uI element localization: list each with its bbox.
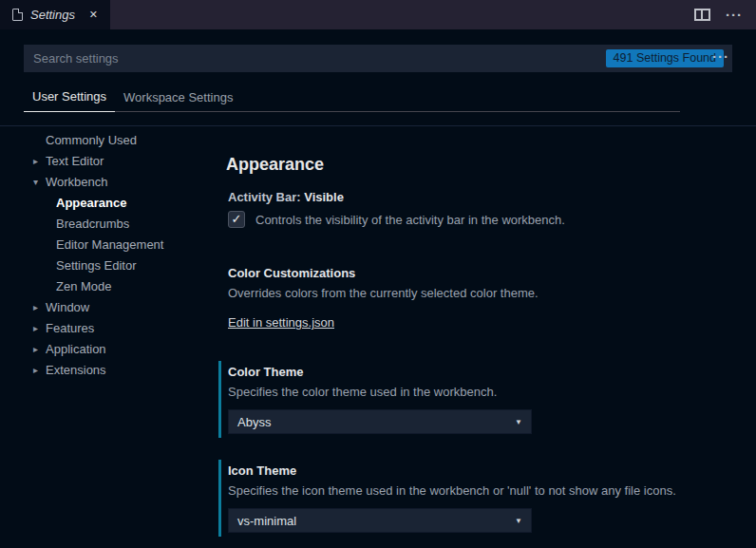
toc-item-extensions[interactable]: ▸ Extensions — [0, 360, 218, 381]
toc-item-application[interactable]: ▸ Application — [0, 339, 218, 360]
editor-actions: ··· — [694, 0, 756, 29]
setting-title: Color Theme — [228, 364, 737, 380]
icon-theme-select[interactable]: vs-minimal ▼ — [228, 508, 532, 533]
setting-description: Controls the visibility of the activity … — [255, 212, 565, 228]
checkbox-checked[interactable]: ✓ — [228, 211, 245, 228]
chevron-right-icon: ▸ — [33, 151, 45, 172]
setting-description: Specifies the color theme used in the wo… — [228, 384, 737, 400]
toc-item-zen-mode[interactable]: Zen Mode — [0, 276, 218, 297]
close-icon[interactable]: ✕ — [86, 7, 101, 23]
editor-tab-bar: Settings ✕ ··· — [0, 0, 756, 29]
chevron-right-icon: ▸ — [33, 360, 45, 381]
more-actions-icon[interactable]: ··· — [726, 10, 743, 20]
checkbox-row: ✓ Controls the visibility of the activit… — [228, 211, 737, 228]
setting-color-theme: Color Theme Specifies the color theme us… — [218, 361, 737, 438]
vscode-settings-window: Settings ✕ ··· 491 Settings Found User S… — [0, 0, 756, 548]
toc-item-features[interactable]: ▸ Features — [0, 318, 218, 339]
setting-title: Activity Bar: Visible — [228, 189, 737, 205]
setting-description: Specifies the icon theme used in the wor… — [228, 482, 737, 499]
setting-activity-bar-visible: Activity Bar: Visible ✓ Controls the vis… — [218, 189, 737, 228]
color-theme-select[interactable]: Abyss ▼ — [228, 409, 532, 434]
select-value: vs-minimal — [237, 514, 296, 528]
toc-item-text-editor[interactable]: ▸ Text Editor — [0, 151, 218, 172]
toc-item-workbench[interactable]: ▾ Workbench — [0, 172, 218, 193]
toc-item-commonly-used[interactable]: Commonly Used — [0, 130, 218, 151]
setting-color-customizations: Color Customizations Overrides colors fr… — [218, 265, 737, 331]
edit-in-settings-json-link[interactable]: Edit in settings.json — [228, 314, 334, 331]
settings-scope-tabs: User Settings Workspace Settings — [24, 84, 680, 112]
tab-user-settings[interactable]: User Settings — [24, 84, 115, 112]
setting-icon-theme: Icon Theme Specifies the icon theme used… — [218, 460, 737, 537]
dropdown-arrow-icon: ▼ — [515, 517, 522, 525]
toc-item-settings-editor[interactable]: Settings Editor — [0, 255, 218, 276]
tab-settings[interactable]: Settings ✕ — [0, 0, 110, 29]
settings-header: 491 Settings Found User Settings Workspa… — [0, 29, 756, 126]
results-count-badge: 491 Settings Found — [606, 49, 724, 67]
chevron-down-icon: ▾ — [33, 172, 45, 193]
search-row: 491 Settings Found — [24, 45, 732, 72]
settings-more-actions-icon[interactable]: ··· — [712, 52, 729, 62]
toc-item-editor-management[interactable]: Editor Management — [0, 235, 218, 255]
chevron-right-icon: ▸ — [33, 318, 45, 339]
chevron-right-icon: ▸ — [33, 339, 45, 360]
setting-title: Icon Theme — [228, 463, 737, 479]
tab-label: Settings — [30, 8, 86, 22]
settings-list: Appearance Activity Bar: Visible ✓ Contr… — [218, 126, 756, 548]
page-title: Appearance — [226, 154, 737, 175]
setting-category: Activity Bar: — [228, 190, 301, 204]
setting-title: Color Customizations — [228, 265, 737, 281]
file-icon — [12, 9, 23, 21]
toc-item-breadcrumbs[interactable]: Breadcrumbs — [0, 214, 218, 235]
settings-toc-tree: Commonly Used ▸ Text Editor ▾ Workbench … — [0, 126, 218, 548]
tab-workspace-settings[interactable]: Workspace Settings — [115, 85, 241, 112]
setting-name: Visible — [304, 190, 344, 204]
chevron-right-icon: ▸ — [33, 297, 45, 318]
split-editor-icon[interactable] — [694, 9, 710, 21]
dropdown-arrow-icon: ▼ — [515, 418, 522, 426]
toc-item-window[interactable]: ▸ Window — [0, 297, 218, 318]
settings-body: Commonly Used ▸ Text Editor ▾ Workbench … — [0, 126, 756, 548]
setting-description: Overrides colors from the currently sele… — [228, 285, 737, 301]
select-value: Abyss — [237, 415, 271, 429]
toc-item-appearance[interactable]: Appearance — [0, 193, 218, 214]
